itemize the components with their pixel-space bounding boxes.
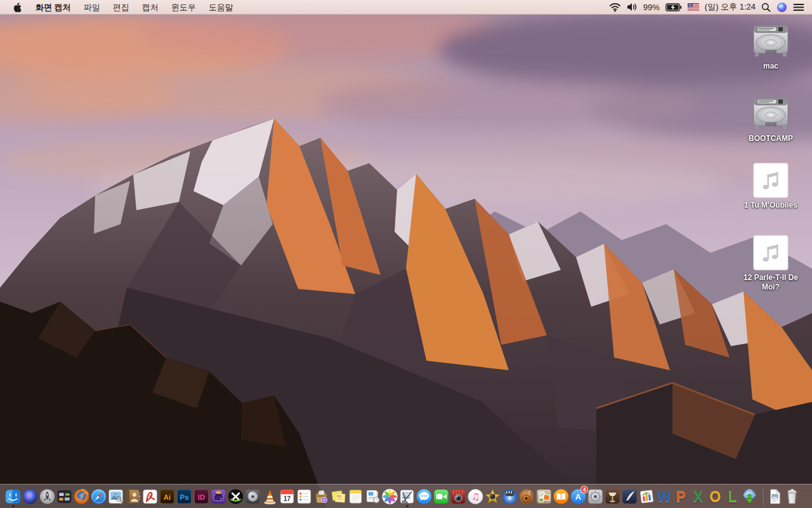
dock-photoshop[interactable]: Ps <box>176 485 193 508</box>
dock-app-store[interactable]: A 4 <box>570 485 587 508</box>
menu-bar: 화면 캡처 파일 편집 캡처 윈도우 도움말 99% (일) 오후 1:24 <box>0 0 812 15</box>
dock-document-file[interactable] <box>766 485 783 508</box>
running-indicator <box>406 505 409 507</box>
dock-preview[interactable] <box>107 485 124 508</box>
battery-charging-icon[interactable] <box>665 0 682 14</box>
hard-drive-icon <box>750 22 791 59</box>
dock-collage-app[interactable] <box>535 485 553 508</box>
desktop-icon-label: 1 Tu M'Oublies <box>744 201 797 210</box>
dock-toast[interactable] <box>210 485 227 508</box>
desktop-icon-audio-1[interactable]: 1 Tu M'Oublies <box>744 163 797 210</box>
dock-stickies[interactable] <box>330 485 347 508</box>
audio-file-icon <box>753 163 789 198</box>
dock-outlook[interactable]: O <box>707 485 724 508</box>
dock-imovie-star[interactable] <box>484 485 501 508</box>
dock-siri[interactable] <box>22 485 39 508</box>
dock-photos[interactable] <box>381 485 398 508</box>
menu-bar-clock[interactable]: (일) 오후 1:24 <box>705 1 756 13</box>
dock-launchpad[interactable] <box>39 485 56 508</box>
dock-acrobat-reader[interactable] <box>141 485 159 508</box>
dock-reminders[interactable] <box>296 485 313 508</box>
apple-menu[interactable] <box>9 0 29 14</box>
dock-keynote[interactable] <box>604 485 621 508</box>
dock-contacts[interactable] <box>124 485 141 508</box>
desktop-icon-mac[interactable]: mac <box>750 22 791 71</box>
hard-drive-icon <box>750 95 791 131</box>
volume-icon[interactable] <box>627 0 638 14</box>
dock-garageband[interactable] <box>518 485 535 508</box>
apple-logo-icon <box>13 2 22 13</box>
dock-writing-app[interactable] <box>621 485 638 508</box>
desktop-icon-audio-2[interactable]: 12 Parle-T-Il De Moi? <box>737 235 805 292</box>
desktop-area: mac BOOTCAMP <box>0 15 812 508</box>
dock-excel[interactable]: X <box>690 485 707 508</box>
svg-text:17: 17 <box>284 495 291 502</box>
dock-media-converter[interactable] <box>227 485 244 508</box>
wifi-icon[interactable] <box>609 0 621 14</box>
dock-vlc[interactable] <box>261 485 278 508</box>
dock-messages[interactable] <box>416 485 433 508</box>
menu-bar-left: 화면 캡처 파일 편집 캡처 윈도우 도움말 <box>0 0 240 14</box>
dock-disc-utility[interactable] <box>244 485 261 508</box>
dock-lync[interactable]: L <box>724 485 741 508</box>
menu-window[interactable]: 윈도우 <box>165 0 202 15</box>
dock-firefox[interactable] <box>73 485 90 508</box>
svg-text:♫: ♫ <box>471 491 480 502</box>
app-menu-title[interactable]: 화면 캡처 <box>29 0 77 15</box>
dock-finder[interactable] <box>4 485 22 508</box>
menu-help[interactable]: 도움말 <box>202 0 240 15</box>
spotlight-search-icon[interactable] <box>761 0 771 14</box>
input-source-us-flag-icon[interactable] <box>688 0 699 14</box>
dock-documents-badge[interactable] <box>364 485 381 508</box>
svg-text:A: A <box>575 491 582 501</box>
desktop-icon-bootcamp[interactable]: BOOTCAMP <box>749 95 793 144</box>
dock-divider <box>762 487 763 506</box>
desktop-icon-label: BOOTCAMP <box>749 134 793 144</box>
dock-ms-autoupdate[interactable] <box>741 485 758 508</box>
siri-menu-icon[interactable] <box>776 0 787 14</box>
svg-text:ID: ID <box>198 493 206 500</box>
dock-office-launcher[interactable] <box>638 485 655 508</box>
battery-percent: 99% <box>643 3 660 12</box>
menu-edit[interactable]: 편집 <box>107 0 136 15</box>
svg-text:Ps: Ps <box>180 493 188 500</box>
desktop-wallpaper <box>0 15 812 508</box>
macos-desktop: 화면 캡처 파일 편집 캡처 윈도우 도움말 99% (일) 오후 1:24 <box>0 0 812 508</box>
desktop-icons: mac BOOTCAMP <box>736 22 806 292</box>
notification-center-icon[interactable] <box>793 0 804 14</box>
dock-indesign[interactable]: ID <box>193 485 210 508</box>
svg-text:Ai: Ai <box>164 493 171 500</box>
dock-ibooks[interactable] <box>553 485 570 508</box>
dock-mission-control[interactable] <box>56 485 73 508</box>
dock-itunes[interactable]: ♫ <box>467 485 484 508</box>
audio-file-icon <box>753 235 789 271</box>
dock-facetime[interactable] <box>433 485 450 508</box>
menu-capture[interactable]: 캡처 <box>136 0 165 15</box>
desktop-icon-label: 12 Parle-T-Il De Moi? <box>737 273 805 292</box>
dock-trash-full[interactable] <box>783 485 801 508</box>
dock-illustrator[interactable]: Ai <box>159 485 176 508</box>
dock: Ai Ps ID 17 <box>0 484 812 508</box>
dock-system-preferences[interactable] <box>587 485 604 508</box>
dock-word[interactable]: W <box>655 485 672 508</box>
dock-dvd-app[interactable] <box>501 485 518 508</box>
desktop-icon-label: mac <box>763 62 778 71</box>
menu-file[interactable]: 파일 <box>77 0 107 15</box>
menu-bar-status: 99% (일) 오후 1:24 <box>609 0 812 14</box>
dock-powerpoint[interactable]: P <box>672 485 690 508</box>
dock-calendar[interactable]: 17 <box>278 485 296 508</box>
dock-notes[interactable] <box>347 485 364 508</box>
running-indicator <box>12 505 15 507</box>
dock-photo-booth[interactable] <box>450 485 467 508</box>
dock-grab[interactable] <box>398 485 416 508</box>
dock-safari[interactable] <box>90 485 107 508</box>
dock-mail-box[interactable] <box>313 485 330 508</box>
